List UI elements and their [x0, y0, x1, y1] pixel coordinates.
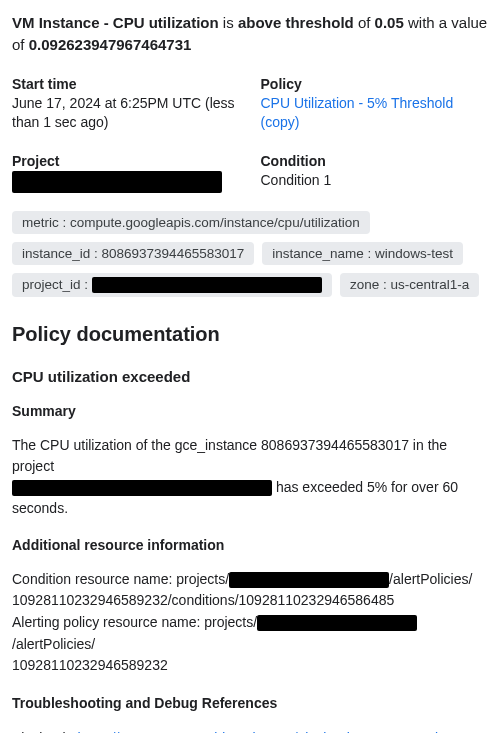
cpu-exceeded-heading: CPU utilization exceeded: [12, 368, 489, 385]
chip-instance-id: instance_id : 8086937394465583017: [12, 242, 254, 265]
resource-info-paragraph: Condition resource name: projects//alert…: [12, 569, 489, 677]
chip-zone: zone : us-central1-a: [340, 273, 479, 297]
label-chips: metric : compute.googleapis.com/instance…: [12, 211, 489, 297]
summary-heading: Summary: [12, 403, 489, 419]
start-time-label: Start time: [12, 76, 241, 92]
troubleshoot-heading: Troubleshooting and Debug References: [12, 695, 489, 711]
condition-label: Condition: [261, 153, 490, 169]
alert-state: above threshold: [238, 14, 354, 31]
start-time-value: June 17, 2024 at 6:25PM UTC (less than 1…: [12, 94, 241, 133]
alert-project-redacted: [257, 615, 417, 631]
chip-metric: metric : compute.googleapis.com/instance…: [12, 211, 370, 234]
threshold-value: 0.05: [375, 14, 404, 31]
summary-project-redacted: [12, 480, 272, 496]
project-value-redacted: [12, 171, 222, 193]
metric-name: VM Instance - CPU utilization: [12, 14, 219, 31]
cond-project-redacted: [229, 572, 389, 588]
policy-label: Policy: [261, 76, 490, 92]
condition-block: Condition Condition 1: [261, 153, 490, 193]
chip-instance-name: instance_name : windows-test: [262, 242, 463, 265]
chip-project-id: project_id :: [12, 273, 332, 297]
policy-doc-heading: Policy documentation: [12, 323, 489, 346]
actual-value: 0.092623947967464731: [29, 36, 192, 53]
project-block: Project: [12, 153, 241, 193]
reference-links: Playbook: https://myownpersonaldomain.co…: [12, 727, 489, 733]
alert-headline: VM Instance - CPU utilization is above t…: [12, 12, 489, 56]
start-time-block: Start time June 17, 2024 at 6:25PM UTC (…: [12, 76, 241, 133]
project-id-redacted: [92, 277, 322, 293]
condition-value: Condition 1: [261, 171, 490, 191]
addl-resource-heading: Additional resource information: [12, 537, 489, 553]
project-label: Project: [12, 153, 241, 169]
summary-paragraph: The CPU utilization of the gce_instance …: [12, 435, 489, 519]
policy-link[interactable]: CPU Utilization - 5% Threshold (copy): [261, 95, 454, 131]
alert-meta-grid: Start time June 17, 2024 at 6:25PM UTC (…: [12, 76, 489, 193]
policy-block: Policy CPU Utilization - 5% Threshold (c…: [261, 76, 490, 133]
